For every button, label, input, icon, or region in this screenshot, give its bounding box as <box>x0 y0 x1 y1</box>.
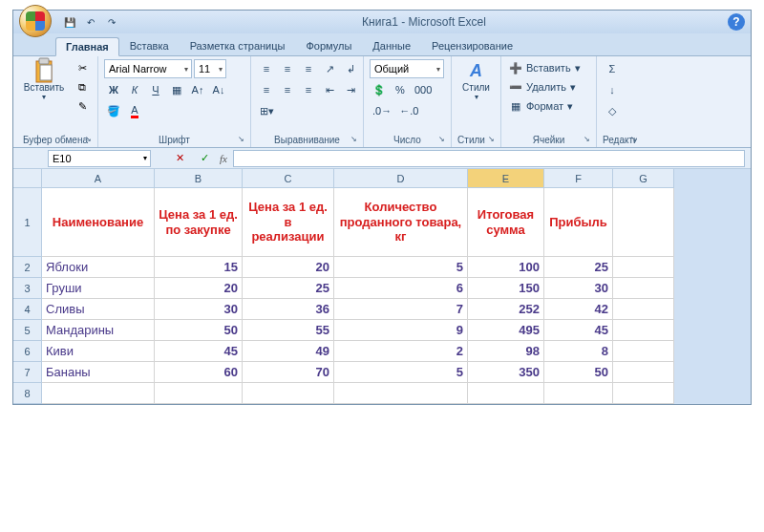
cell-C5[interactable]: 55 <box>243 320 334 341</box>
cell-C7[interactable]: 70 <box>243 362 334 383</box>
fx-cancel-icon[interactable]: ✕ <box>170 149 189 168</box>
currency-icon[interactable]: 💲 <box>370 80 389 99</box>
align-top-icon[interactable]: ≡ <box>257 59 276 78</box>
row-header-5[interactable]: 5 <box>13 320 42 341</box>
row-header-3[interactable]: 3 <box>13 278 42 299</box>
increase-decimal-icon[interactable]: .0→ <box>370 101 394 120</box>
row-header-4[interactable]: 4 <box>13 299 42 320</box>
formula-input[interactable] <box>233 150 745 167</box>
cell-B8[interactable] <box>155 383 243 404</box>
cell-A6[interactable]: Киви <box>42 341 155 362</box>
office-button[interactable] <box>19 5 52 37</box>
cell-C4[interactable]: 36 <box>243 299 334 320</box>
merge-cells-icon[interactable]: ⊞▾ <box>257 101 277 120</box>
tab-insert[interactable]: Вставка <box>119 36 180 55</box>
cell-F4[interactable]: 42 <box>544 299 613 320</box>
cell-G7[interactable] <box>613 362 674 383</box>
shrink-font-icon[interactable]: A↓ <box>209 80 228 99</box>
clear-icon[interactable]: ◇ <box>603 101 622 120</box>
tab-data[interactable]: Данные <box>362 36 421 55</box>
align-right-icon[interactable]: ≡ <box>299 80 318 99</box>
cut-icon[interactable]: ✂ <box>73 59 92 76</box>
cell-D3[interactable]: 6 <box>334 278 468 299</box>
cell-A4[interactable]: Сливы <box>42 299 155 320</box>
cell-E5[interactable]: 495 <box>468 320 544 341</box>
row-header-6[interactable]: 6 <box>13 341 42 362</box>
orientation-icon[interactable]: ↗ <box>320 59 339 78</box>
cell-D2[interactable]: 5 <box>334 257 468 278</box>
decrease-decimal-icon[interactable]: ←.0 <box>396 101 421 120</box>
cell-C8[interactable] <box>243 383 334 404</box>
cell-A2[interactable]: Яблоки <box>42 257 155 278</box>
cell-F5[interactable]: 45 <box>544 320 613 341</box>
wrap-text-icon[interactable]: ↲ <box>341 59 360 78</box>
decrease-indent-icon[interactable]: ⇤ <box>320 80 339 99</box>
comma-style-icon[interactable]: 000 <box>412 80 435 99</box>
cell-B7[interactable]: 60 <box>155 362 243 383</box>
percent-icon[interactable]: % <box>391 80 410 99</box>
cell-B3[interactable]: 20 <box>155 278 243 299</box>
cell-G5[interactable] <box>613 320 674 341</box>
save-icon[interactable]: 💾 <box>61 13 78 31</box>
name-box[interactable]: E10 <box>48 150 151 167</box>
cell-F3[interactable]: 30 <box>544 278 613 299</box>
cell-D4[interactable]: 7 <box>334 299 468 320</box>
cell-D7[interactable]: 5 <box>334 362 468 383</box>
cell-E6[interactable]: 98 <box>468 341 544 362</box>
fx-icon[interactable]: fx <box>220 153 227 164</box>
cell-D8[interactable] <box>334 383 468 404</box>
cell-E7[interactable]: 350 <box>468 362 544 383</box>
cell-G4[interactable] <box>613 299 674 320</box>
font-name-select[interactable]: Arial Narrow <box>104 59 192 78</box>
cell-G3[interactable] <box>613 278 674 299</box>
cell-E1[interactable]: Итоговая сумма <box>468 188 544 257</box>
underline-button[interactable]: Ч <box>146 80 165 99</box>
col-header-A[interactable]: A <box>42 169 155 188</box>
tab-page-layout[interactable]: Разметка страницы <box>180 36 296 55</box>
bold-button[interactable]: Ж <box>104 80 123 99</box>
italic-button[interactable]: К <box>125 80 144 99</box>
cell-C6[interactable]: 49 <box>243 341 334 362</box>
col-header-G[interactable]: G <box>613 169 674 188</box>
tab-review[interactable]: Рецензирование <box>421 36 523 55</box>
cell-F7[interactable]: 50 <box>544 362 613 383</box>
col-header-B[interactable]: B <box>155 169 243 188</box>
copy-icon[interactable]: ⧉ <box>73 78 92 96</box>
grid[interactable]: НаименованиеЦена за 1 ед. по закупкеЦена… <box>42 188 674 404</box>
align-left-icon[interactable]: ≡ <box>257 80 276 99</box>
cell-A3[interactable]: Груши <box>42 278 155 299</box>
cell-B5[interactable]: 50 <box>155 320 243 341</box>
cell-B2[interactable]: 15 <box>155 257 243 278</box>
cell-B6[interactable]: 45 <box>155 341 243 362</box>
cell-E2[interactable]: 100 <box>468 257 544 278</box>
cell-E8[interactable] <box>468 383 544 404</box>
col-header-F[interactable]: F <box>544 169 613 188</box>
styles-button[interactable]: A Стили ▾ <box>457 59 495 101</box>
row-header-7[interactable]: 7 <box>13 362 42 383</box>
undo-icon[interactable]: ↶ <box>82 13 99 31</box>
autosum-icon[interactable]: Σ <box>603 59 622 78</box>
cell-F6[interactable]: 8 <box>544 341 613 362</box>
align-middle-icon[interactable]: ≡ <box>278 59 297 78</box>
redo-icon[interactable]: ↷ <box>103 13 120 31</box>
cell-D6[interactable]: 2 <box>334 341 468 362</box>
col-header-C[interactable]: C <box>243 169 334 188</box>
col-header-D[interactable]: D <box>334 169 468 188</box>
row-header-2[interactable]: 2 <box>13 257 42 278</box>
increase-indent-icon[interactable]: ⇥ <box>341 80 360 99</box>
cell-A7[interactable]: Бананы <box>42 362 155 383</box>
cell-C1[interactable]: Цена за 1 ед. в реализации <box>243 188 334 257</box>
format-cells-button[interactable]: ▦Формат ▾ <box>507 97 584 115</box>
cell-E3[interactable]: 150 <box>468 278 544 299</box>
fill-icon[interactable]: ↓ <box>603 80 622 99</box>
cell-F2[interactable]: 25 <box>544 257 613 278</box>
select-all-corner[interactable] <box>13 169 42 188</box>
cell-G2[interactable] <box>613 257 674 278</box>
cell-G6[interactable] <box>613 341 674 362</box>
font-size-select[interactable]: 11 <box>194 59 226 78</box>
cell-F1[interactable]: Прибыль <box>544 188 613 257</box>
tab-home[interactable]: Главная <box>55 37 119 56</box>
cell-A8[interactable] <box>42 383 155 404</box>
cell-F8[interactable] <box>544 383 613 404</box>
format-painter-icon[interactable]: ✎ <box>73 97 92 115</box>
